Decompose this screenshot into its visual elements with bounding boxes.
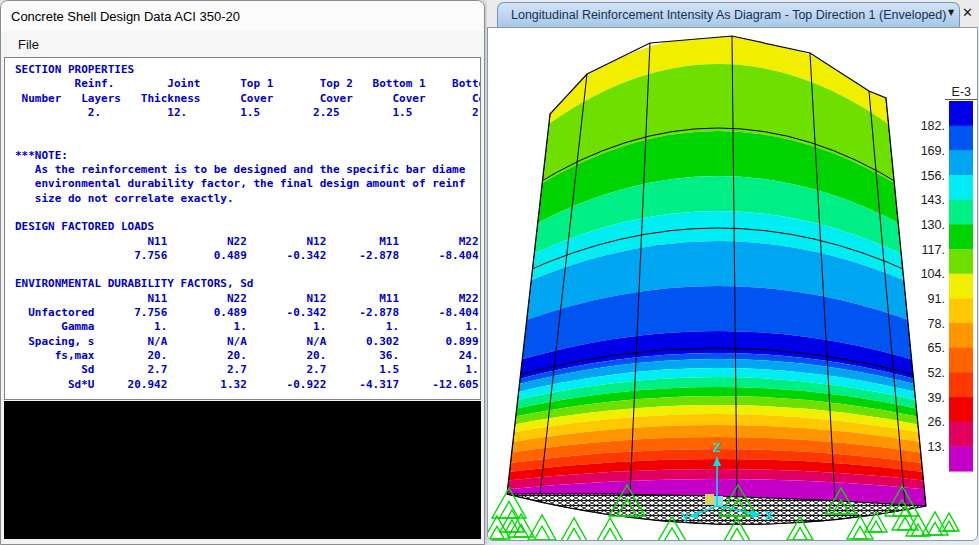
legend-value: 78. <box>928 317 945 331</box>
window-title: Concrete Shell Design Data ACI 350-20 <box>11 9 240 24</box>
legend-value: 130. <box>921 218 945 232</box>
support-triangle-inner-icon <box>793 527 808 540</box>
legend-swatch <box>949 422 973 447</box>
menu-bar: File <box>1 31 484 57</box>
legend-value: 169. <box>921 144 945 158</box>
legend-swatch <box>949 274 973 299</box>
legend-value: 26. <box>928 415 945 429</box>
legend-swatch <box>949 249 973 274</box>
diagram-tab[interactable]: Longitudinal Reinforcement Intensity As … <box>497 2 960 27</box>
design-report-text[interactable]: SECTION PROPERTIES Reinf. Joint Top 1 To… <box>4 57 481 400</box>
legend-value: 182. <box>921 119 945 133</box>
legend-value: 143. <box>921 193 945 207</box>
y-axis-label: Y <box>681 510 690 525</box>
z-axis-label: Z <box>713 440 721 455</box>
support-triangle-inner-icon <box>664 528 680 540</box>
legend-swatch <box>949 298 973 323</box>
support-triangle-inner-icon <box>870 521 882 532</box>
support-triangle-inner-icon <box>730 528 745 540</box>
legend-value: 39. <box>928 391 945 405</box>
support-triangle-inner-icon <box>567 528 582 540</box>
legend-swatch <box>949 150 973 175</box>
support-triangle-inner-icon <box>603 528 618 540</box>
legend-swatch <box>949 101 973 126</box>
diagram-canvas[interactable]: ZXY182.169.156.143.130.117.104.91.78.65.… <box>487 27 978 541</box>
design-data-window: Concrete Shell Design Data ACI 350-20 Fi… <box>0 0 485 545</box>
legend-value: 52. <box>928 366 945 380</box>
reinforcement-intensity-diagram: ZXY182.169.156.143.130.117.104.91.78.65.… <box>488 28 977 540</box>
legend-swatch <box>949 224 973 249</box>
legend-exponent-label: E-3 <box>952 85 972 99</box>
legend-swatch <box>949 175 973 200</box>
contour-legend: 182.169.156.143.130.117.104.91.78.65.52.… <box>921 85 977 472</box>
diagram-window: Longitudinal Reinforcement Intensity As … <box>487 0 979 545</box>
legend-swatch <box>949 126 973 151</box>
legend-swatch <box>949 446 973 471</box>
menu-file[interactable]: File <box>9 34 48 55</box>
app-root: { "left_window": { "title": "Concrete Sh… <box>0 0 979 545</box>
legend-swatch <box>949 372 973 397</box>
legend-swatch <box>949 397 973 422</box>
support-triangle-inner-icon <box>534 526 550 540</box>
tab-controls: ▼ ✕ <box>948 4 973 22</box>
legend-value: 65. <box>928 341 945 355</box>
legend-value: 104. <box>921 267 945 281</box>
x-axis-label: X <box>765 508 774 523</box>
report-empty-area <box>4 401 481 539</box>
legend-swatch <box>949 323 973 348</box>
legend-value: 117. <box>922 243 945 257</box>
legend-swatch <box>949 348 973 373</box>
window-titlebar[interactable]: Concrete Shell Design Data ACI 350-20 <box>1 1 484 31</box>
legend-value: 13. <box>928 440 945 454</box>
legend-value: 156. <box>921 169 945 183</box>
legend-swatch <box>949 200 973 225</box>
legend-value: 91. <box>928 292 945 306</box>
tab-dropdown-icon[interactable]: ▼ <box>948 4 954 22</box>
tab-close-icon[interactable]: ✕ <box>962 4 973 22</box>
diagram-tab-title: Longitudinal Reinforcement Intensity As … <box>511 8 946 22</box>
